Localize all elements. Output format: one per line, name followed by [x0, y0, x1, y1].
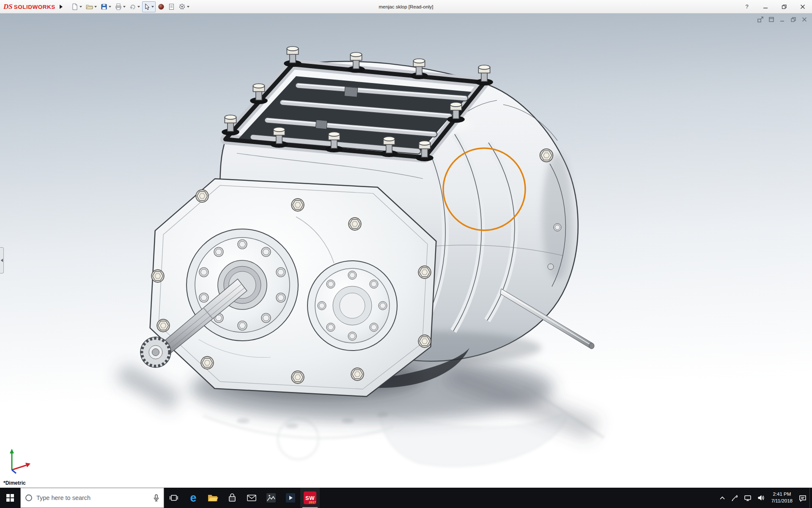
- sw-year-text: 2017: [309, 500, 316, 504]
- menu-expand-button[interactable]: [57, 2, 66, 11]
- ds-logo-mark: DS: [3, 3, 13, 11]
- save-button[interactable]: [99, 1, 113, 12]
- minimize-icon: [763, 4, 768, 9]
- options-button[interactable]: [177, 1, 191, 12]
- new-window-icon: [768, 16, 775, 23]
- dropdown-caret[interactable]: [151, 6, 154, 8]
- collapse-arrow-icon: [1, 259, 3, 262]
- doc-minimize-button[interactable]: [778, 16, 787, 23]
- solidworks-icon: SW 2017: [304, 491, 316, 504]
- file-properties-icon: [168, 3, 175, 10]
- pen-settings-button[interactable]: [728, 488, 741, 508]
- file-properties-button[interactable]: [167, 1, 176, 12]
- save-floppy-icon: [101, 3, 107, 10]
- taskbar-search[interactable]: [20, 488, 164, 508]
- volume-icon: [757, 494, 765, 501]
- movies-tv-button[interactable]: [281, 488, 300, 508]
- windows-logo-icon: [6, 494, 14, 502]
- dropdown-caret[interactable]: [137, 6, 140, 8]
- task-view-button[interactable]: [164, 488, 184, 508]
- task-view-icon: [169, 493, 178, 502]
- undo-arrow-icon: [129, 3, 136, 10]
- network-icon: [744, 494, 752, 501]
- graphics-viewport[interactable]: *Dimetric: [0, 14, 812, 488]
- network-button[interactable]: [741, 488, 754, 508]
- doc-close-icon: [801, 16, 808, 23]
- system-tray: 2:41 PM 7/11/2018: [716, 488, 812, 508]
- view-orientation-label: *Dimetric: [3, 480, 26, 486]
- open-folder-icon: [86, 3, 93, 10]
- chevron-up-icon: [719, 496, 725, 500]
- show-desktop-button[interactable]: [809, 488, 812, 508]
- quick-access-toolbar: [70, 1, 191, 12]
- microphone-icon[interactable]: [153, 494, 159, 502]
- brand-name: SOLIDWORKS: [14, 4, 55, 10]
- window-controls: ?: [738, 0, 812, 13]
- close-button[interactable]: [793, 0, 812, 13]
- document-title: menjac sklop [Read-only]: [379, 4, 433, 9]
- photos-button[interactable]: [261, 488, 281, 508]
- app-titlebar: DS SOLIDWORKS: [0, 0, 812, 14]
- solidworks-taskbar-button[interactable]: SW 2017: [300, 488, 320, 508]
- close-icon: [800, 4, 805, 9]
- undo-button[interactable]: [128, 1, 142, 12]
- dropdown-caret[interactable]: [109, 6, 111, 8]
- action-center-icon: [799, 494, 807, 502]
- appearances-button[interactable]: [156, 1, 166, 12]
- start-button[interactable]: [0, 488, 20, 508]
- cortana-circle-icon: [25, 494, 33, 502]
- select-cursor-icon: [144, 3, 150, 10]
- new-window-button[interactable]: [767, 16, 776, 23]
- options-gear-icon: [178, 3, 186, 10]
- store-button[interactable]: [222, 488, 242, 508]
- help-button[interactable]: ?: [738, 0, 756, 13]
- dropdown-caret[interactable]: [94, 6, 97, 8]
- panel-collapse-tab[interactable]: [0, 247, 4, 273]
- doc-restore-button[interactable]: [789, 16, 798, 23]
- doc-close-button[interactable]: [800, 16, 809, 23]
- volume-button[interactable]: [754, 488, 768, 508]
- open-button[interactable]: [84, 1, 99, 12]
- doc-restore-icon: [790, 16, 797, 23]
- doc-minimize-icon: [779, 16, 786, 23]
- document-window-controls: [756, 16, 809, 23]
- select-tool-button[interactable]: [142, 1, 156, 12]
- edge-button[interactable]: e: [184, 488, 203, 508]
- expand-arrow-icon: [59, 4, 63, 9]
- action-center-button[interactable]: [796, 488, 809, 508]
- edge-icon: e: [190, 492, 196, 504]
- windows-taskbar: e SW 2017: [0, 488, 812, 508]
- minimize-button[interactable]: [756, 0, 775, 13]
- print-icon: [115, 3, 122, 10]
- taskbar-clock[interactable]: 2:41 PM 7/11/2018: [768, 491, 796, 504]
- appearance-sphere-icon: [158, 3, 165, 10]
- restore-icon: [782, 4, 787, 9]
- dropdown-caret[interactable]: [187, 6, 189, 8]
- print-button[interactable]: [113, 1, 127, 12]
- solidworks-logo: DS SOLIDWORKS: [3, 3, 55, 11]
- dropdown-caret[interactable]: [80, 6, 82, 8]
- dropdown-caret[interactable]: [123, 6, 126, 8]
- orientation-triad: [6, 445, 36, 475]
- clock-time: 2:41 PM: [771, 491, 793, 498]
- store-icon: [228, 493, 237, 502]
- hidden-icons-button[interactable]: [716, 488, 728, 508]
- photos-icon: [266, 493, 276, 503]
- movies-tv-icon: [285, 493, 296, 503]
- new-document-button[interactable]: [70, 1, 84, 12]
- right-bearing-boss[interactable]: [307, 261, 397, 351]
- clock-date: 7/11/2018: [771, 498, 793, 505]
- z-axis-arrow: [12, 470, 16, 473]
- maximize-button[interactable]: [775, 0, 793, 13]
- mail-icon: [247, 494, 257, 502]
- search-input[interactable]: [36, 494, 149, 501]
- mail-button[interactable]: [242, 488, 261, 508]
- gearbox-3d-model[interactable]: [0, 14, 812, 488]
- file-explorer-button[interactable]: [203, 488, 222, 508]
- promote-panes-icon: [757, 16, 764, 23]
- y-axis-arrow: [10, 449, 14, 453]
- new-document-icon: [71, 3, 78, 10]
- file-explorer-icon: [207, 493, 218, 502]
- promote-panes-button[interactable]: [756, 16, 765, 23]
- pen-icon: [731, 494, 738, 501]
